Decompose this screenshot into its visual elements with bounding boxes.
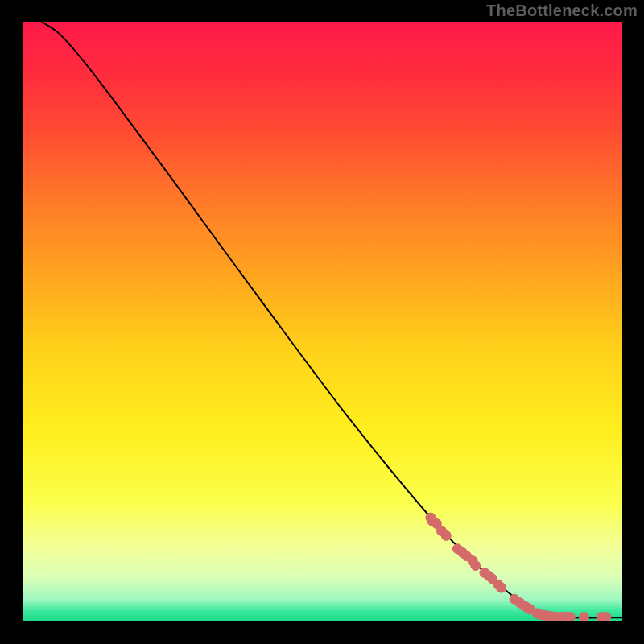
data-marker <box>601 613 611 622</box>
chart-background-gradient <box>23 22 622 621</box>
bottleneck-chart: TheBottleneck.com <box>0 0 644 644</box>
data-marker <box>579 613 588 622</box>
data-marker <box>471 561 481 571</box>
data-marker <box>441 530 451 540</box>
chart-svg <box>0 0 644 644</box>
data-marker <box>497 583 506 592</box>
data-marker <box>565 613 575 622</box>
watermark-text: TheBottleneck.com <box>486 2 638 20</box>
